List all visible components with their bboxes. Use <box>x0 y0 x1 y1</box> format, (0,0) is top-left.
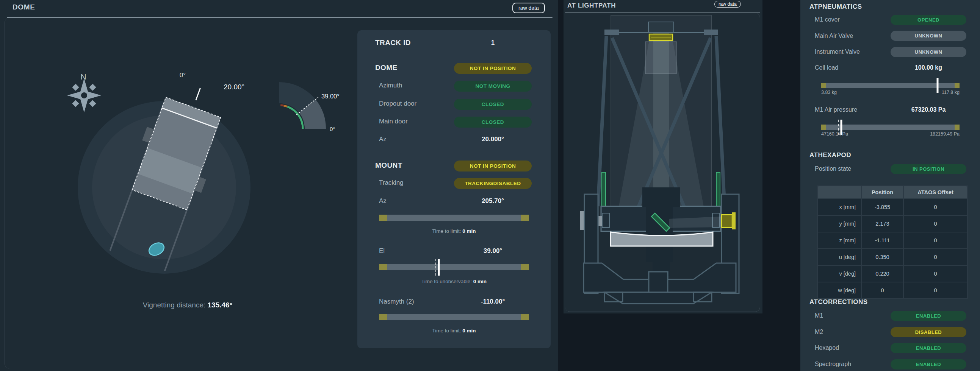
nasmyth-value: -110.00° <box>454 298 532 306</box>
elevation-value-label: 39.00° <box>321 93 340 100</box>
m1-air-pressure-slider-max-cap <box>955 125 959 130</box>
mount-status-badge: NOT IN POSITION <box>454 160 532 171</box>
elevation-zero-label: 0° <box>330 126 335 132</box>
atcorrections-title: ATCORRECTIONS <box>810 298 868 306</box>
hexapod-table: Position ATAOS Offset x [mm] -3.855 0 y … <box>817 186 968 299</box>
atpneumatics-title: ATPNEUMATICS <box>810 3 862 11</box>
correction-hexapod-label: Hexapod <box>815 344 839 351</box>
mount-el-value: 39.00° <box>454 247 532 255</box>
mount-el-slider-max-cap <box>521 264 529 270</box>
hexapod-z-label: z [mm] <box>818 232 861 249</box>
nasmyth-slider <box>379 314 529 320</box>
mount-az-slider-max-cap <box>521 215 529 221</box>
track-id-label: TRACK ID <box>375 39 411 47</box>
m1-cover-status-badge: OPENED <box>891 15 966 25</box>
nasmyth-slider-min-cap <box>379 314 387 320</box>
dome-section-title: DOME <box>375 63 398 72</box>
hexapod-w-position: 0 <box>861 282 904 299</box>
nasmyth-time-to-limit: Time to limit: 0 min <box>379 328 529 333</box>
correction-m2-badge: DISABLED <box>891 327 966 337</box>
mount-section-title: MOUNT <box>375 161 402 170</box>
mount-el-slider-track <box>379 264 529 270</box>
tracking-status-badge: TRACKINGDISABLED <box>454 178 532 189</box>
azimuth-label: Azimuth <box>379 82 402 89</box>
cell-load-slider <box>821 83 959 88</box>
telemetry-panel: ATPNEUMATICS M1 cover OPENED Main Air Va… <box>800 0 980 371</box>
mount-az-value: 205.70° <box>454 197 532 205</box>
dropout-door-status-badge: CLOSED <box>454 99 532 110</box>
mount-el-thumb <box>438 259 440 276</box>
correction-m1-label: M1 <box>815 312 823 319</box>
dome-status-badge: NOT IN POSITION <box>454 63 532 74</box>
dome-panel-title: DOME <box>13 3 35 11</box>
hexapod-header-position: Position <box>861 186 904 199</box>
hexapod-x-position: -3.855 <box>861 199 904 216</box>
main-air-valve-status-badge: UNKNOWN <box>891 31 966 41</box>
table-row: z [mm] -1.111 0 <box>818 232 967 249</box>
cell-load-max-label: 117.8 kg <box>821 90 959 95</box>
compass-icon: N <box>67 72 101 113</box>
track-id-value: 1 <box>454 39 532 46</box>
hexapod-header-ataos-offset: ATAOS Offset <box>904 186 967 199</box>
correction-hexapod-badge: ENABLED <box>891 343 966 353</box>
mount-el-slider <box>379 264 529 270</box>
hexapod-table-header-row: Position ATAOS Offset <box>818 186 967 199</box>
vignetting-label: Vignetting distance: <box>143 301 208 309</box>
mount-az-slider <box>379 215 529 221</box>
mount-az-label: Az <box>379 197 387 205</box>
nasmyth-label: Nasmyth (2) <box>379 298 414 306</box>
hexapod-u-position: 0.350 <box>861 249 904 265</box>
instrument-valve-label: Instrument Valve <box>815 48 860 55</box>
m1-air-pressure-slider <box>821 125 959 130</box>
telescope-lightpath-diagram <box>568 15 762 312</box>
m1-air-pressure-max-label: 182159.49 Pa <box>821 132 959 137</box>
dome-azimuth-pointer-label: 20.00° <box>224 83 245 91</box>
dome-panel: DOME raw data N 0° <box>0 0 558 371</box>
hexapod-x-label: x [mm] <box>818 199 861 216</box>
cell-load-slider-track <box>821 83 959 88</box>
m2-baffle <box>648 22 674 32</box>
dome-azimuth-pointer <box>196 88 200 100</box>
cell-load-value: 100.00 kg <box>891 64 966 71</box>
hexapod-w-offset: 0 <box>904 282 967 299</box>
m2-mirror <box>649 34 673 41</box>
dome-azimuth-zero-label: 0° <box>180 71 186 79</box>
nasmyth-instrument <box>722 215 732 228</box>
hexapod-v-label: v [deg] <box>818 265 861 282</box>
hexapod-y-label: y [mm] <box>818 216 861 232</box>
m1-air-pressure-value: 67320.03 Pa <box>891 106 966 113</box>
m1-air-pressure-slider-min-cap <box>821 125 826 130</box>
position-state-label: Position state <box>815 165 851 172</box>
correction-m1-badge: ENABLED <box>891 311 966 321</box>
m3-tower <box>646 206 673 262</box>
table-row: v [deg] 0.220 0 <box>818 265 967 282</box>
vignetting-value: 135.46° <box>208 301 233 309</box>
m1-cover-petal-right <box>716 172 720 207</box>
dome-az-label: Az <box>379 136 387 143</box>
hexapod-v-position: 0.220 <box>861 265 904 282</box>
m3-tower-top <box>642 187 680 207</box>
lightpath-panel-title: AT LIGHTPATH <box>567 2 616 10</box>
m1-cover-label: M1 cover <box>815 16 840 23</box>
mount-el-label: El <box>379 247 385 255</box>
elevation-warning-arc <box>284 106 287 107</box>
position-state-badge: IN POSITION <box>891 164 966 174</box>
azimuth-status-badge: NOT MOVING <box>454 81 532 92</box>
instrument-valve-status-badge: UNKNOWN <box>891 47 966 57</box>
hexapod-y-position: 2.173 <box>861 216 904 232</box>
dome-raw-data-button[interactable]: raw data <box>512 3 545 13</box>
cell-load-slider-max-cap <box>955 83 959 88</box>
lightpath-panel: AT LIGHTPATH raw data <box>563 0 762 314</box>
dome-mount-summary-card: TRACK ID 1 DOME NOT IN POSITION Azimuth … <box>357 30 550 348</box>
athexapod-title: ATHEXAPOD <box>810 151 851 159</box>
pier <box>649 272 668 292</box>
hexapod-u-label: u [deg] <box>818 249 861 265</box>
table-row: w [deg] 0 0 <box>818 282 967 299</box>
mount-az-time-to-limit: Time to limit: 0 min <box>379 228 529 234</box>
main-door-status-badge: CLOSED <box>454 117 532 128</box>
dropout-door-label: Dropout door <box>379 100 417 108</box>
hexapod-z-offset: 0 <box>904 232 967 249</box>
cell-load-slider-min-cap <box>821 83 826 88</box>
m1-air-pressure-label: M1 Air pressure <box>815 106 857 113</box>
lightpath-raw-data-button[interactable]: raw data <box>714 1 741 8</box>
